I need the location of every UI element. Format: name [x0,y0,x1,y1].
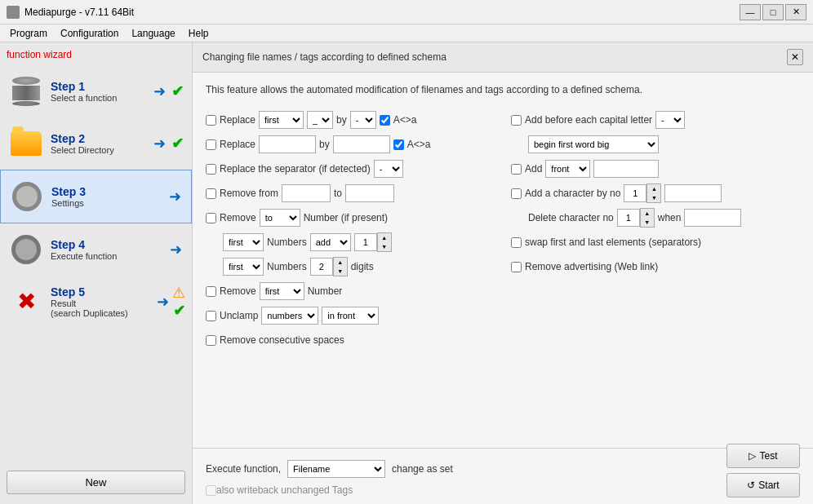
sidebar-item-step5[interactable]: ✖ Step 5 Result (search Duplicates) ➜ ⚠ … [0,276,192,328]
numbers1-select2[interactable]: addremove [310,233,351,251]
delete-char-spinner-down[interactable]: ▼ [641,218,654,227]
step4-icon [7,230,46,269]
menu-program[interactable]: Program [3,26,54,41]
remove-number-label: Remove [220,285,256,297]
add-select[interactable]: frontend [545,160,590,178]
content-close-button[interactable]: ✕ [787,49,803,65]
remove-to-checkbox[interactable] [206,213,216,223]
step3-text: Step 3 Settings [47,185,166,208]
add-capital-label: Add before each capital letter [525,114,652,126]
delete-char-spinner-input[interactable] [617,209,640,227]
form-row-remove-number: Remove firstlast Number [206,281,495,301]
sidebar-item-step2[interactable]: Step 2 Select Directory ➜ ✔ [0,117,192,170]
replace1-select2[interactable]: _- . [307,111,333,129]
begin-first-select[interactable]: begin first word big begin all words big… [528,135,659,153]
writeback-checkbox[interactable] [206,485,216,496]
add-char-spinner-up[interactable]: ▲ [647,184,660,193]
numbers2-spinner-down[interactable]: ▼ [334,267,347,276]
swap-checkbox[interactable] [511,237,522,248]
add-char-input[interactable] [664,184,722,202]
consec-spaces-label: Remove consecutive spaces [220,334,344,346]
step5-x-icon: ✖ [17,290,36,313]
numbers1-spinner-up[interactable]: ▲ [378,233,391,242]
unclamp-select1[interactable]: numberstextall [261,307,318,325]
form-row-remove-to: Remove tofrom Number (if present) [206,208,495,228]
replace1-checkbox[interactable] [206,115,216,126]
step1-arrow: ➜ [153,82,166,100]
numbers1-spinner-input[interactable] [354,233,377,251]
replace1-case-label: A<>a [393,114,417,126]
form-row-begin-first: begin first word big begin all words big… [511,135,800,154]
sidebar-item-step3[interactable]: Step 3 Settings ➜ [0,170,192,223]
replace-sep-select[interactable]: -_ . [374,160,403,178]
delete-char-input[interactable] [684,209,741,227]
form-row-add-char: Add a character by no ▲ ▼ [511,183,800,203]
step1-check-icon: ✔ [171,82,184,100]
remove-to-select[interactable]: tofrom [260,209,300,227]
add-input[interactable] [593,160,659,178]
step2-text: Step 2 Select Directory [46,132,150,155]
title-bar-text: Mediapurge - v7.11 64Bit [24,7,740,18]
replace1-select3[interactable]: -_ . [350,111,376,129]
step5-num: Step 5 [51,285,153,298]
replace2-label: Replace [220,139,255,150]
sidebar-header: function wizard [0,46,192,65]
unclamp-select2[interactable]: in frontat endeverywhere [322,307,379,325]
remove-from-input1[interactable] [282,184,331,202]
menu-configuration[interactable]: Configuration [54,26,125,41]
form-row-delete-char: Delete character no ▲ ▼ when [511,208,800,228]
replace1-case-checkbox[interactable] [380,115,390,126]
menu-help[interactable]: Help [182,26,215,41]
start-button[interactable]: ↺ Start [726,473,800,497]
remove-adv-checkbox[interactable] [511,262,522,272]
replace2-input1[interactable] [259,135,316,153]
step1-icon [7,72,46,111]
form-left: Replace firstlastall _- . by -_ . A<>a [206,110,495,355]
add-char-spinner-down[interactable]: ▼ [647,193,660,202]
execute-select[interactable]: Filename Tags Both [287,460,385,478]
minimize-button[interactable]: — [740,4,761,20]
maximize-button[interactable]: □ [762,4,784,20]
unclamp-checkbox[interactable] [206,311,216,321]
add-capital-checkbox[interactable] [511,115,522,126]
replace1-label: Replace [220,114,255,126]
step4-label: Execute function [51,251,167,261]
numbers1-select1[interactable]: firstlast [223,233,264,251]
replace2-checkbox[interactable] [206,139,216,150]
menu-language[interactable]: Language [125,26,181,41]
numbers2-spinner-up[interactable]: ▲ [334,258,347,267]
unclamp-label: Unclamp [220,310,258,321]
replace2-case-checkbox[interactable] [393,139,404,150]
form-row-numbers1: firstlast Numbers addremove ▲ ▼ [206,232,495,252]
title-bar-controls: — □ ✕ [740,4,806,20]
remove-number-select[interactable]: firstlast [260,282,304,300]
remove-number-checkbox[interactable] [206,286,216,297]
step5-warn-icon: ⚠ [172,284,185,302]
step4-arrow: ➜ [170,241,182,259]
numbers2-spinner-input[interactable] [310,258,333,276]
remove-from-input2[interactable] [345,184,394,202]
consec-spaces-checkbox[interactable] [206,335,216,346]
numbers2-label: Numbers [267,261,307,272]
replace2-input2[interactable] [333,135,390,153]
numbers2-select1[interactable]: firstlast [223,258,264,276]
numbers1-spinner-down[interactable]: ▼ [378,242,391,251]
replace-sep-label: Replace the separator (if detected) [220,163,371,175]
replace-sep-checkbox[interactable] [206,164,216,175]
sidebar: function wizard Step 1 Select a function… [0,42,193,504]
add-capital-select[interactable]: -_ [655,111,685,129]
sidebar-item-step4[interactable]: Step 4 Execute function ➜ [0,223,192,276]
delete-char-spinner-up[interactable]: ▲ [641,209,654,218]
close-button[interactable]: ✕ [785,4,806,20]
test-button[interactable]: ▷ Test [726,444,800,468]
content-header: Changing file names / tags according to … [193,42,813,73]
sidebar-item-step1[interactable]: Step 1 Select a function ➜ ✔ [0,65,192,117]
replace1-select1[interactable]: firstlastall [259,111,304,129]
step2-num: Step 2 [51,132,150,145]
add-char-checkbox[interactable] [511,188,522,199]
step5-label: Result [51,298,153,308]
remove-from-checkbox[interactable] [206,188,216,199]
new-button[interactable]: New [7,471,185,494]
add-char-spinner-input[interactable] [624,184,646,202]
add-checkbox[interactable] [511,164,522,175]
